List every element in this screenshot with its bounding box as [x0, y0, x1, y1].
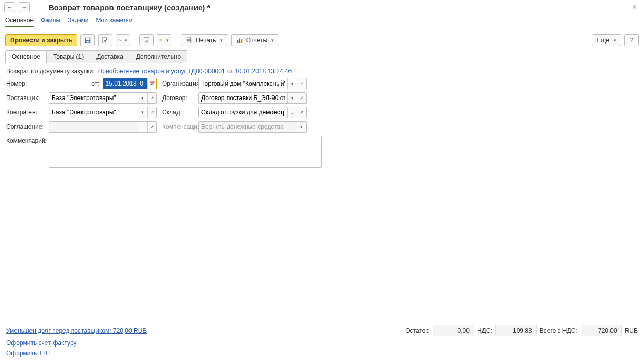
svg-rect-1 — [86, 38, 90, 40]
post-button[interactable] — [98, 34, 112, 46]
agreement-field: … ↗ — [49, 121, 157, 133]
org-label: Организация: — [162, 80, 193, 87]
date-field[interactable]: 📅 — [103, 78, 157, 89]
print-label: Печать — [196, 37, 216, 44]
reports-label: Отчеты — [246, 37, 267, 44]
doc-button[interactable] — [139, 34, 154, 46]
counterparty-label: Контрагент: — [6, 109, 43, 116]
doc-more-icon — [159, 37, 162, 44]
warehouse-field[interactable]: … ↗ — [198, 107, 307, 118]
currency: RUB — [625, 327, 638, 334]
doc-more-button[interactable] — [157, 34, 171, 46]
open-icon[interactable]: ↗ — [147, 93, 156, 103]
close-icon[interactable]: × — [629, 3, 640, 12]
org-input[interactable] — [199, 78, 287, 89]
help-button[interactable]: ? — [624, 34, 639, 46]
toolbar: Провести и закрыть Печать Отчеты Еще ? — [0, 30, 644, 50]
debt-link[interactable]: Уменьшен долг перед поставщиком: 720,00 … — [6, 327, 147, 334]
compensation-input — [199, 122, 297, 132]
invoice-link[interactable]: Оформить счет-фактуру — [6, 339, 76, 347]
print-button[interactable]: Печать — [181, 34, 228, 46]
svg-rect-16 — [239, 39, 240, 43]
agreement-input — [49, 122, 138, 132]
footer: Уменьшен долг перед поставщиком: 720,00 … — [0, 323, 644, 361]
supplier-field[interactable]: ▾ ↗ — [49, 92, 157, 104]
counterparty-field[interactable]: ▾ ↗ — [49, 107, 157, 118]
vat-value: 109,83 — [495, 325, 537, 336]
dropdown-icon: ▾ — [297, 122, 306, 132]
nav-tabs: Основное Файлы Задачи Мои заметки — [0, 14, 644, 30]
dropdown-icon[interactable]: ▾ — [287, 93, 297, 103]
save-icon — [84, 37, 91, 44]
svg-rect-17 — [240, 39, 242, 43]
dropdown-icon[interactable]: ▾ — [287, 78, 297, 89]
number-label: Номер: — [6, 80, 43, 87]
supplier-label: Поставщик: — [6, 94, 43, 102]
agreement-label: Соглашение: — [6, 123, 43, 130]
comment-input[interactable] — [49, 136, 322, 168]
open-icon: ↗ — [147, 122, 156, 132]
svg-rect-15 — [237, 40, 238, 43]
reports-button[interactable]: Отчеты — [231, 34, 279, 46]
back-button[interactable]: ← — [4, 2, 15, 12]
ttn-link[interactable]: Оформить ТТН — [6, 350, 51, 357]
date-label: от: — [91, 80, 99, 87]
window-title: Возврат товаров поставщику (создание) * — [49, 3, 210, 12]
number-input[interactable] — [49, 78, 88, 89]
svg-rect-14 — [188, 41, 191, 43]
based-on-icon — [118, 37, 121, 44]
base-doc-link[interactable]: Приобретение товаров и услуг ТД00-000001… — [98, 68, 292, 75]
doc-tab-goods[interactable]: Товары (1) — [46, 50, 90, 63]
based-on-button[interactable] — [116, 34, 130, 46]
base-doc-label: Возврат по документу закупки: — [6, 68, 95, 75]
save-button[interactable] — [81, 34, 95, 46]
date-input[interactable] — [103, 78, 147, 89]
compensation-field: ▾ — [198, 121, 307, 133]
content: Возврат по документу закупки: Приобретен… — [0, 63, 644, 323]
vat-label: НДС: — [477, 327, 492, 334]
print-icon — [186, 37, 193, 44]
warehouse-input[interactable] — [199, 107, 287, 118]
ellipsis-icon[interactable]: … — [287, 107, 297, 118]
contract-input[interactable] — [199, 93, 287, 103]
compensation-label: Компенсация: — [162, 123, 193, 130]
open-icon[interactable]: ↗ — [147, 107, 156, 118]
open-icon[interactable]: ↗ — [297, 93, 306, 103]
comment-label: Комментарий: — [6, 136, 43, 144]
nav-tab-main[interactable]: Основное — [5, 17, 34, 27]
warehouse-label: Склад: — [162, 109, 193, 116]
open-icon[interactable]: ↗ — [297, 107, 306, 118]
doc-tab-extra[interactable]: Дополнительно — [130, 50, 187, 63]
remainder-value: 0,00 — [433, 325, 474, 336]
more-button[interactable]: Еще — [592, 34, 621, 46]
post-close-button[interactable]: Провести и закрыть — [5, 34, 77, 46]
totals: Остаток: 0,00 НДС: 109,83 Всего с НДС: 7… — [405, 325, 638, 336]
dropdown-icon[interactable]: ▾ — [138, 93, 147, 103]
forward-button[interactable]: → — [19, 2, 30, 12]
nav-tab-files[interactable]: Файлы — [41, 17, 60, 27]
dropdown-icon[interactable]: ▾ — [138, 107, 147, 118]
doc-icon — [143, 37, 150, 44]
titlebar: ← → Возврат товаров поставщику (создание… — [0, 0, 644, 14]
remainder-label: Остаток: — [405, 327, 430, 334]
total-label: Всего с НДС: — [540, 327, 577, 334]
doc-tab-main[interactable]: Основное — [5, 50, 47, 63]
contract-field[interactable]: ▾ ↗ — [198, 92, 307, 104]
nav-tab-tasks[interactable]: Задачи — [68, 17, 88, 27]
doc-tabs: Основное Товары (1) Доставка Дополнитель… — [5, 50, 639, 63]
open-icon[interactable]: ↗ — [297, 78, 306, 89]
svg-rect-2 — [87, 41, 89, 43]
ellipsis-icon: … — [138, 122, 147, 132]
number-field[interactable] — [49, 78, 88, 89]
nav-tab-notes[interactable]: Мои заметки — [95, 17, 132, 27]
svg-rect-13 — [188, 38, 191, 40]
calendar-icon[interactable]: 📅 — [147, 78, 156, 89]
post-icon — [102, 37, 109, 44]
svg-rect-4 — [119, 39, 120, 41]
total-value: 720,00 — [581, 325, 622, 336]
reports-icon — [236, 37, 244, 44]
supplier-input[interactable] — [49, 93, 138, 103]
counterparty-input[interactable] — [49, 107, 138, 118]
org-field[interactable]: ▾ ↗ — [198, 78, 307, 89]
doc-tab-delivery[interactable]: Доставка — [90, 50, 130, 63]
